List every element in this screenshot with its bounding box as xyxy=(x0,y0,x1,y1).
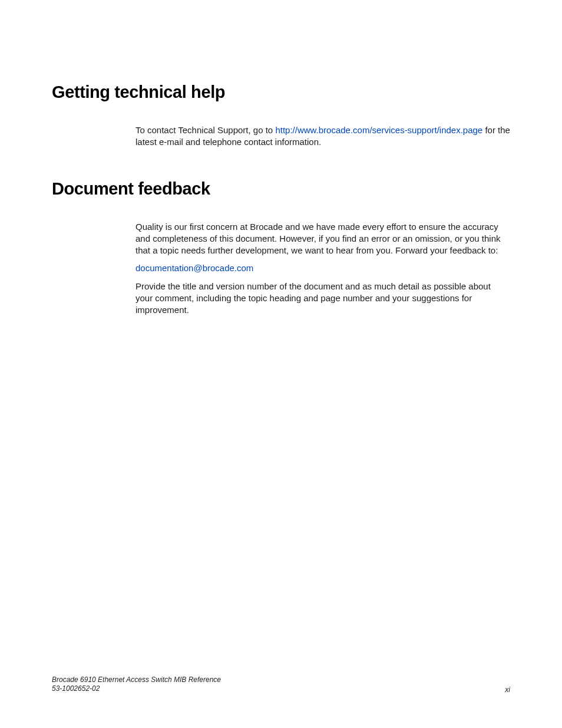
paragraph-provide-detail: Provide the title and version number of … xyxy=(135,281,510,317)
section-feedback: Document feedback Quality is our first c… xyxy=(52,179,510,317)
footer-doc-number: 53-1002652-02 xyxy=(52,684,221,694)
document-page: Getting technical help To contact Techni… xyxy=(0,0,562,728)
paragraph-tech-support: To contact Technical Support, go to http… xyxy=(135,124,510,149)
text-before-link: To contact Technical Support, go to xyxy=(135,125,275,135)
heading-technical-help: Getting technical help xyxy=(52,83,510,102)
feedback-email-link[interactable]: documentation@brocade.com xyxy=(135,263,253,273)
body-technical-help: To contact Technical Support, go to http… xyxy=(135,124,510,149)
paragraph-quality: Quality is our first concern at Brocade … xyxy=(135,221,510,257)
footer-left: Brocade 6910 Ethernet Access Switch MIB … xyxy=(52,676,221,694)
footer-doc-title: Brocade 6910 Ethernet Access Switch MIB … xyxy=(52,676,221,685)
body-document-feedback: Quality is our first concern at Brocade … xyxy=(135,221,510,317)
support-url-link[interactable]: http://www.brocade.com/services-support/… xyxy=(275,125,482,135)
heading-document-feedback: Document feedback xyxy=(52,179,510,199)
footer-page-number: xi xyxy=(505,686,510,694)
paragraph-email: documentation@brocade.com xyxy=(135,262,510,274)
page-footer: Brocade 6910 Ethernet Access Switch MIB … xyxy=(52,676,510,694)
